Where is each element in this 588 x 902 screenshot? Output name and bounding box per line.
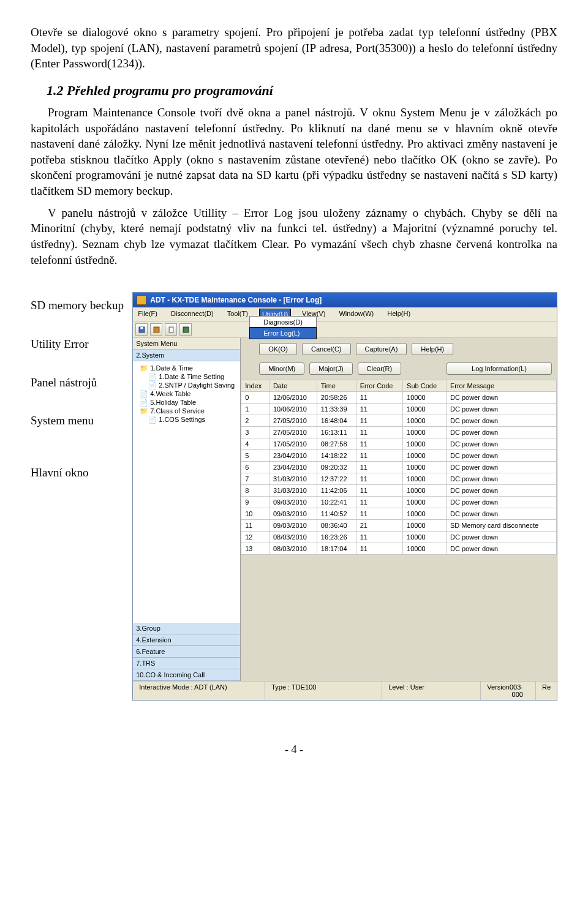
table-cell: 31/03/2010 — [269, 485, 317, 497]
col-time[interactable]: Time — [317, 380, 356, 392]
acc-extension[interactable]: 4.Extension — [133, 634, 240, 646]
table-row[interactable]: 1009/03/201011:40:521110000DC power down — [241, 508, 557, 520]
acc-system[interactable]: 2.System — [133, 350, 240, 361]
status-version: Version003-000 — [481, 682, 536, 700]
clear-button[interactable]: Clear(R) — [358, 363, 402, 375]
table-cell: 12/06/2010 — [269, 392, 317, 404]
col-error-message[interactable]: Error Message — [446, 380, 556, 392]
table-cell: DC power down — [446, 438, 556, 450]
major-button[interactable]: Major(J) — [309, 363, 352, 375]
toolbar-export-icon[interactable] — [179, 323, 192, 336]
table-row[interactable]: 909/03/201010:22:411110000DC power down — [241, 497, 557, 508]
table-cell: 16:13:11 — [317, 427, 356, 438]
callout-system-menu: System menu — [31, 413, 132, 429]
page-icon: 📄 — [149, 373, 156, 380]
table-cell: 9 — [241, 497, 270, 508]
cancel-button[interactable]: Cancel(C) — [302, 343, 351, 355]
ok-button[interactable]: OK(O) — [259, 343, 297, 355]
table-cell: 11 — [356, 462, 402, 473]
table-cell: 10000 — [403, 485, 447, 497]
tree-sntp[interactable]: 2.SNTP / Daylight Saving — [159, 381, 235, 389]
toolbar-floppy-icon[interactable] — [135, 323, 148, 336]
table-cell: 20:58:26 — [317, 392, 356, 404]
log-info-button[interactable]: Log Information(L) — [447, 363, 552, 375]
table-cell: 11:40:52 — [317, 508, 356, 520]
svg-rect-2 — [154, 327, 159, 333]
table-cell: 23/04/2010 — [269, 450, 317, 462]
table-row[interactable]: 417/05/201008:27:581110000DC power down — [241, 438, 557, 450]
table-cell: 11 — [241, 520, 270, 532]
table-cell: 10000 — [403, 473, 447, 485]
tree-cos[interactable]: 7.Class of Service — [150, 407, 205, 415]
acc-trs[interactable]: 7.TRS — [133, 658, 240, 669]
callout-main-window: Hlavní okno — [31, 465, 132, 481]
table-cell: 08/03/2010 — [269, 532, 317, 543]
table-cell: 5 — [241, 450, 270, 462]
table-row[interactable]: 012/06/201020:58:261110000DC power down — [241, 392, 557, 404]
table-cell: 10000 — [403, 415, 447, 427]
app-icon — [137, 295, 146, 305]
table-cell: 11 — [356, 450, 402, 462]
minor-button[interactable]: Minor(M) — [259, 363, 304, 375]
capture-button[interactable]: Capture(A) — [356, 343, 407, 355]
status-type: Type : TDE100 — [265, 682, 382, 700]
table-cell: 09/03/2010 — [269, 520, 317, 532]
dropdown-diagnosis[interactable]: Diagnosis(D) — [250, 317, 316, 328]
menu-file[interactable]: File(F) — [135, 309, 160, 320]
acc-group[interactable]: 3.Group — [133, 623, 240, 634]
app-title: ADT - KX-TDE Maintenance Console - [Erro… — [150, 296, 322, 304]
acc-feature[interactable]: 6.Feature — [133, 646, 240, 658]
table-row[interactable]: 227/05/201016:48:041110000DC power down — [241, 415, 557, 427]
menu-help[interactable]: Help(H) — [385, 309, 413, 320]
col-date[interactable]: Date — [269, 380, 317, 392]
table-row[interactable]: 1109/03/201008:36:402110000SD Memory car… — [241, 520, 557, 532]
table-cell: 11 — [356, 438, 402, 450]
tree-holiday-table[interactable]: 5.Holiday Table — [150, 399, 196, 406]
menu-disconnect[interactable]: Disconnect(D) — [168, 309, 216, 320]
table-cell: 18:17:04 — [317, 543, 356, 555]
tree-cos-settings[interactable]: 1.COS Settings — [159, 416, 205, 423]
tree-date-time-setting[interactable]: 1.Date & Time Setting — [159, 373, 224, 380]
table-row[interactable]: 731/03/201012:37:221110000DC power down — [241, 473, 557, 485]
menu-tool[interactable]: Tool(T) — [225, 309, 251, 320]
tree-date-time[interactable]: 1.Date & Time — [150, 364, 193, 372]
table-cell: 10000 — [403, 497, 447, 508]
table-cell: 7 — [241, 473, 270, 485]
table-cell: DC power down — [446, 532, 556, 543]
table-cell: 10000 — [403, 404, 447, 415]
toolbar-page-icon[interactable] — [165, 323, 177, 336]
dropdown-error-log[interactable]: Error Log(L) — [249, 327, 317, 339]
table-cell: 10000 — [403, 462, 447, 473]
table-cell: 10000 — [403, 450, 447, 462]
table-cell: 14:18:22 — [317, 450, 356, 462]
table-cell: 16:48:04 — [317, 415, 356, 427]
table-row[interactable]: 1208/03/201016:23:261110000DC power down — [241, 532, 557, 543]
table-row[interactable]: 1308/03/201018:17:041110000DC power down — [241, 543, 557, 555]
table-cell: 12 — [241, 532, 270, 543]
sidebar-header: System Menu — [133, 338, 240, 350]
table-row[interactable]: 110/06/201011:33:391110000DC power down — [241, 404, 557, 415]
acc-co-incoming[interactable]: 10.CO & Incoming Call — [133, 669, 240, 681]
help-button[interactable]: Help(H) — [412, 343, 453, 355]
tree-week-table[interactable]: 4.Week Table — [150, 390, 190, 397]
col-error-code[interactable]: Error Code — [356, 380, 402, 392]
col-sub-code[interactable]: Sub Code — [403, 380, 447, 392]
table-cell: 09/03/2010 — [269, 508, 317, 520]
table-cell: DC power down — [446, 485, 556, 497]
table-row[interactable]: 523/04/201014:18:221110000DC power down — [241, 450, 557, 462]
page-icon: 📄 — [140, 399, 148, 406]
table-cell: 23/04/2010 — [269, 462, 317, 473]
table-cell: 11:33:39 — [317, 404, 356, 415]
table-cell: 09:20:32 — [317, 462, 356, 473]
table-row[interactable]: 327/05/201016:13:111110000DC power down — [241, 427, 557, 438]
table-cell: 11 — [356, 508, 402, 520]
table-row[interactable]: 623/04/201009:20:321110000DC power down — [241, 462, 557, 473]
menu-window[interactable]: Window(W) — [336, 309, 376, 320]
table-cell: 13 — [241, 543, 270, 555]
table-cell: 10000 — [403, 438, 447, 450]
toolbar-sd-icon[interactable] — [150, 323, 162, 336]
table-cell: 11 — [356, 543, 402, 555]
callout-toolbar: Panel nástrojů — [31, 375, 132, 391]
table-row[interactable]: 831/03/201011:42:061110000DC power down — [241, 485, 557, 497]
col-index[interactable]: Index — [241, 380, 270, 392]
